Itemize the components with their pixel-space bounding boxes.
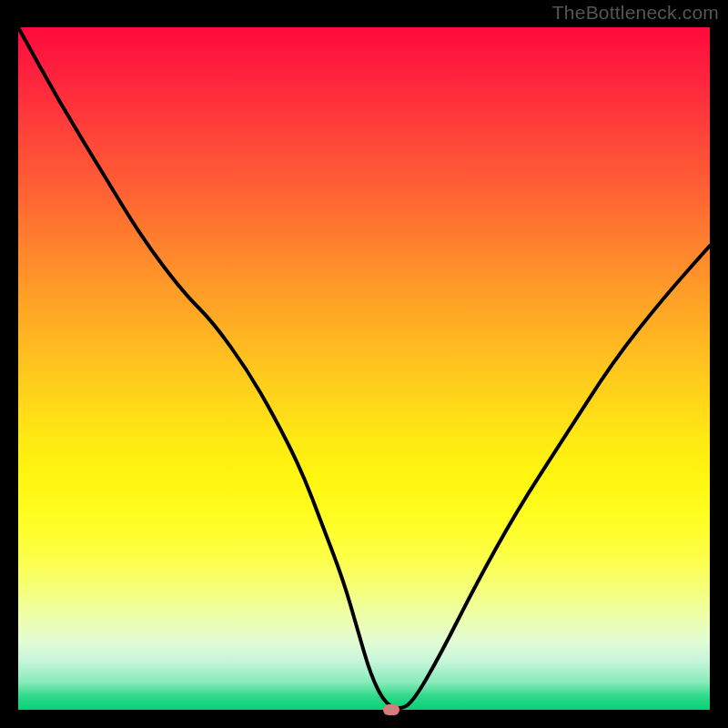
optimal-point-marker (383, 704, 399, 715)
chart-frame: TheBottleneck.com (0, 0, 728, 728)
bottleneck-curve (18, 27, 710, 710)
watermark-text: TheBottleneck.com (552, 2, 719, 24)
